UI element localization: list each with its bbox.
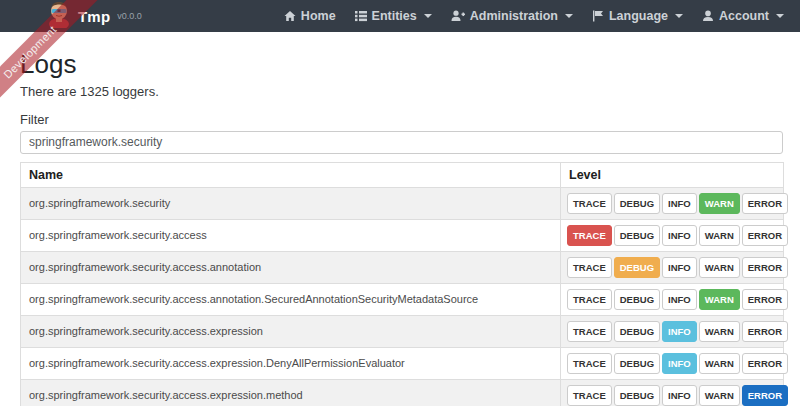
page-title: Logs [20, 50, 783, 79]
level-button-trace[interactable]: TRACE [567, 193, 612, 214]
level-button-error[interactable]: ERROR [742, 225, 788, 246]
level-button-error[interactable]: ERROR [742, 257, 788, 278]
table-row: org.springframework.securityTRACEDEBUGIN… [21, 187, 784, 219]
logs-table-body: org.springframework.securityTRACEDEBUGIN… [21, 187, 784, 406]
chevron-down-icon [675, 14, 683, 18]
level-button-trace[interactable]: TRACE [567, 257, 612, 278]
level-button-info[interactable]: INFO [662, 289, 697, 310]
user-plus-icon [451, 10, 465, 22]
table-row: org.springframework.security.accessTRACE… [21, 219, 784, 251]
level-button-debug[interactable]: DEBUG [614, 193, 660, 214]
level-button-group: TRACEDEBUGINFOWARNERROR [561, 251, 784, 283]
level-button-group: TRACEDEBUGINFOWARNERROR [561, 379, 784, 406]
user-icon [702, 10, 714, 22]
nav-item-administration[interactable]: Administration [451, 9, 573, 23]
chevron-down-icon [424, 14, 432, 18]
level-button-debug[interactable]: DEBUG [614, 257, 660, 278]
app-version: v0.0.0 [117, 11, 142, 21]
table-row: org.springframework.security.access.anno… [21, 251, 784, 283]
nav-label: Account [719, 9, 769, 23]
level-button-trace[interactable]: TRACE [567, 225, 612, 246]
column-header-level: Level [561, 162, 784, 187]
chevron-down-icon [776, 14, 784, 18]
nav-item-language[interactable]: Language [592, 9, 683, 23]
level-button-debug[interactable]: DEBUG [614, 289, 660, 310]
level-button-warn[interactable]: WARN [699, 321, 740, 342]
level-button-warn[interactable]: WARN [699, 385, 740, 406]
level-button-error[interactable]: ERROR [742, 193, 788, 214]
level-button-trace[interactable]: TRACE [567, 321, 612, 342]
level-button-info[interactable]: INFO [662, 353, 697, 374]
nav-label: Administration [470, 9, 558, 23]
level-button-group: TRACEDEBUGINFOWARNERROR [561, 347, 784, 379]
level-button-warn[interactable]: WARN [699, 257, 740, 278]
logger-name: org.springframework.security.access.expr… [21, 347, 561, 379]
level-button-error[interactable]: ERROR [742, 321, 788, 342]
level-button-debug[interactable]: DEBUG [614, 225, 660, 246]
column-header-name: Name [21, 162, 561, 187]
level-button-debug[interactable]: DEBUG [614, 353, 660, 374]
list-icon [355, 10, 367, 22]
level-button-info[interactable]: INFO [662, 193, 697, 214]
level-button-group: TRACEDEBUGINFOWARNERROR [561, 219, 784, 251]
nav-item-account[interactable]: Account [702, 9, 784, 23]
level-button-group: TRACEDEBUGINFOWARNERROR [561, 315, 784, 347]
logger-name: org.springframework.security.access.expr… [21, 315, 561, 347]
hipster-avatar-icon [46, 0, 72, 32]
level-button-trace[interactable]: TRACE [567, 385, 612, 406]
level-button-trace[interactable]: TRACE [567, 289, 612, 310]
home-icon [284, 10, 296, 22]
level-button-debug[interactable]: DEBUG [614, 321, 660, 342]
brand-link[interactable]: Tmp v0.0.0 [46, 0, 142, 32]
level-button-warn[interactable]: WARN [699, 193, 740, 214]
loggers-table: Name Level org.springframework.securityT… [20, 162, 784, 406]
level-button-info[interactable]: INFO [662, 385, 697, 406]
level-button-warn[interactable]: WARN [699, 289, 740, 310]
table-row: org.springframework.security.access.expr… [21, 315, 784, 347]
top-navbar: Development Tmp v0.0.0 Home [0, 0, 800, 32]
loggers-count-text: There are 1325 loggers. [20, 84, 783, 99]
table-header-row: Name Level [21, 162, 784, 187]
nav-label: Entities [372, 9, 417, 23]
nav-item-home[interactable]: Home [284, 9, 336, 23]
filter-label: Filter [20, 112, 783, 127]
nav-item-entities[interactable]: Entities [355, 9, 432, 23]
level-button-info[interactable]: INFO [662, 257, 697, 278]
nav-label: Language [609, 9, 668, 23]
level-button-trace[interactable]: TRACE [567, 353, 612, 374]
filter-input[interactable] [20, 131, 783, 154]
level-button-error[interactable]: ERROR [742, 353, 788, 374]
table-row: org.springframework.security.access.expr… [21, 379, 784, 406]
level-button-debug[interactable]: DEBUG [614, 385, 660, 406]
level-button-info[interactable]: INFO [662, 321, 697, 342]
logger-name: org.springframework.security [21, 187, 561, 219]
level-button-error[interactable]: ERROR [742, 385, 788, 406]
logger-name: org.springframework.security.access.anno… [21, 251, 561, 283]
logger-name: org.springframework.security.access.expr… [21, 379, 561, 406]
level-button-info[interactable]: INFO [662, 225, 697, 246]
level-button-group: TRACEDEBUGINFOWARNERROR [561, 187, 784, 219]
level-button-warn[interactable]: WARN [699, 225, 740, 246]
flag-icon [592, 10, 604, 22]
logger-name: org.springframework.security.access [21, 219, 561, 251]
level-button-error[interactable]: ERROR [742, 289, 788, 310]
nav-menu: Home Entities Admi [284, 9, 784, 23]
logs-page: Logs There are 1325 loggers. Filter Name… [20, 50, 783, 406]
table-row: org.springframework.security.access.anno… [21, 283, 784, 315]
table-row: org.springframework.security.access.expr… [21, 347, 784, 379]
nav-label: Home [301, 9, 336, 23]
level-button-warn[interactable]: WARN [699, 353, 740, 374]
level-button-group: TRACEDEBUGINFOWARNERROR [561, 283, 784, 315]
chevron-down-icon [565, 14, 573, 18]
app-name: Tmp [78, 8, 110, 25]
logger-name: org.springframework.security.access.anno… [21, 283, 561, 315]
